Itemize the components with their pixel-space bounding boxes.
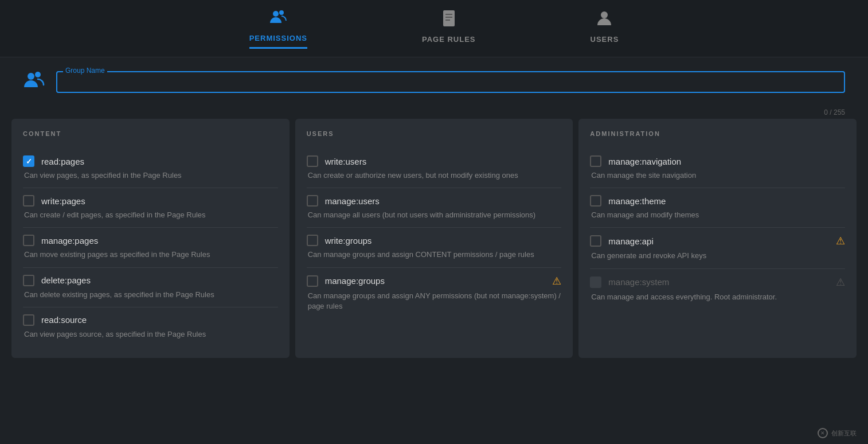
perm-read-source: read:source Can view pages source, as sp… bbox=[23, 307, 278, 346]
manage-api-warn-icon: ⚠ bbox=[836, 235, 845, 247]
checkbox-manage-navigation[interactable] bbox=[590, 155, 601, 167]
perm-desc-manage-api: Can generate and revoke API keys bbox=[590, 251, 845, 261]
perm-manage-system: manage:system ⚠ Can manage and access ev… bbox=[590, 269, 845, 309]
perm-name-read-source: read:source bbox=[41, 315, 87, 325]
content-column: CONTENT read:pages Can view pages, as sp… bbox=[11, 119, 290, 358]
svg-rect-4 bbox=[445, 17, 452, 18]
perm-manage-navigation: manage:navigation Can manage the site na… bbox=[590, 149, 845, 188]
perm-name-write-users: write:users bbox=[325, 157, 367, 166]
checkbox-write-groups[interactable] bbox=[307, 235, 318, 246]
watermark-text: 创新互联 bbox=[831, 429, 857, 438]
users-label: USERS bbox=[591, 35, 619, 44]
users-column: USERS write:users Can create or authoriz… bbox=[295, 119, 573, 358]
perm-name-manage-navigation: manage:navigation bbox=[608, 157, 681, 166]
perm-desc-manage-groups: Can manage groups and assign ANY permiss… bbox=[307, 291, 562, 311]
watermark: ✕ 创新互联 bbox=[818, 428, 857, 438]
perm-name-manage-system: manage:system bbox=[608, 277, 669, 287]
svg-rect-3 bbox=[445, 14, 452, 15]
perm-desc-manage-navigation: Can manage the site navigation bbox=[590, 170, 845, 181]
administration-title: ADMINISTRATION bbox=[590, 130, 845, 137]
checkbox-write-pages[interactable] bbox=[23, 195, 34, 207]
group-name-section: Group Name bbox=[0, 57, 868, 106]
checkbox-write-users[interactable] bbox=[307, 155, 318, 167]
checkbox-manage-groups[interactable] bbox=[307, 275, 318, 287]
perm-read-pages: read:pages Can view pages, as specified … bbox=[23, 149, 278, 188]
perm-delete-pages: delete:pages Can delete existing pages, … bbox=[23, 268, 278, 307]
checkbox-manage-system bbox=[590, 276, 601, 288]
content-title: CONTENT bbox=[23, 130, 278, 137]
perm-write-groups: write:groups Can manage groups and assig… bbox=[307, 228, 562, 267]
perm-name-manage-groups: manage:groups bbox=[325, 276, 385, 286]
char-count: 0 / 255 bbox=[0, 106, 868, 119]
perm-desc-write-pages: Can create / edit pages, as specified in… bbox=[23, 210, 278, 220]
permissions-icon bbox=[269, 8, 287, 30]
perm-desc-read-pages: Can view pages, as specified in the Page… bbox=[23, 170, 278, 181]
perm-desc-delete-pages: Can delete existing pages, as specified … bbox=[23, 290, 278, 300]
perm-write-pages: write:pages Can create / edit pages, as … bbox=[23, 188, 278, 228]
perm-desc-manage-system: Can manage and access everything. Root a… bbox=[590, 292, 845, 302]
permissions-columns: CONTENT read:pages Can view pages, as sp… bbox=[0, 119, 868, 369]
group-name-input[interactable] bbox=[64, 77, 837, 87]
checkbox-read-pages[interactable] bbox=[23, 155, 34, 167]
checkbox-manage-api[interactable] bbox=[590, 235, 601, 247]
manage-groups-warn-icon: ⚠ bbox=[552, 275, 561, 287]
svg-point-0 bbox=[273, 11, 279, 17]
perm-desc-manage-pages: Can move existing pages as specified in … bbox=[23, 250, 278, 260]
perm-name-manage-pages: manage:pages bbox=[41, 236, 98, 246]
administration-column: ADMINISTRATION manage:navigation Can man… bbox=[578, 119, 857, 358]
svg-rect-5 bbox=[445, 20, 450, 21]
permissions-label: PERMISSIONS bbox=[249, 34, 307, 42]
perm-manage-groups: manage:groups ⚠ Can manage groups and as… bbox=[307, 268, 562, 318]
nav-item-users[interactable]: USERS bbox=[591, 9, 619, 48]
perm-name-write-groups: write:groups bbox=[325, 236, 372, 246]
checkbox-manage-pages[interactable] bbox=[23, 235, 34, 246]
group-name-field-wrapper: Group Name bbox=[56, 71, 845, 93]
svg-point-8 bbox=[35, 72, 41, 77]
svg-point-6 bbox=[601, 11, 608, 18]
checkbox-manage-users[interactable] bbox=[307, 195, 318, 207]
users-icon bbox=[595, 9, 613, 32]
perm-manage-pages: manage:pages Can move existing pages as … bbox=[23, 228, 278, 267]
group-avatar-icon bbox=[23, 69, 45, 95]
perm-write-users: write:users Can create or authorize new … bbox=[307, 149, 562, 188]
perm-desc-manage-users: Can manage all users (but not users with… bbox=[307, 210, 562, 220]
svg-point-1 bbox=[279, 10, 284, 15]
svg-point-7 bbox=[28, 73, 34, 80]
perm-name-read-pages: read:pages bbox=[41, 157, 84, 166]
checkbox-manage-theme[interactable] bbox=[590, 195, 601, 207]
perm-name-manage-users: manage:users bbox=[325, 196, 380, 206]
perm-name-delete-pages: delete:pages bbox=[41, 275, 91, 285]
manage-system-warn-icon: ⚠ bbox=[836, 276, 845, 289]
perm-desc-read-source: Can view pages source, as specified in t… bbox=[23, 329, 278, 340]
perm-name-write-pages: write:pages bbox=[41, 196, 85, 206]
users-title: USERS bbox=[307, 130, 562, 137]
nav-item-permissions[interactable]: PERMISSIONS bbox=[249, 8, 307, 49]
perm-manage-users: manage:users Can manage all users (but n… bbox=[307, 188, 562, 228]
page-rules-icon bbox=[440, 9, 458, 32]
page-rules-label: PAGE RULES bbox=[422, 35, 476, 44]
watermark-icon: ✕ bbox=[818, 428, 828, 438]
perm-name-manage-api: manage:api bbox=[608, 236, 653, 246]
checkbox-read-source[interactable] bbox=[23, 314, 34, 326]
perm-desc-manage-theme: Can manage and modify themes bbox=[590, 210, 845, 220]
nav-item-page-rules[interactable]: PAGE RULES bbox=[422, 9, 476, 48]
perm-desc-write-users: Can create or authorize new users, but n… bbox=[307, 170, 562, 181]
perm-manage-api: manage:api ⚠ Can generate and revoke API… bbox=[590, 228, 845, 268]
perm-desc-write-groups: Can manage groups and assign CONTENT per… bbox=[307, 250, 562, 260]
checkbox-delete-pages[interactable] bbox=[23, 275, 34, 286]
svg-rect-2 bbox=[443, 10, 455, 26]
perm-name-manage-theme: manage:theme bbox=[608, 196, 666, 206]
top-navigation: PERMISSIONS PAGE RULES USERS bbox=[0, 0, 868, 57]
perm-manage-theme: manage:theme Can manage and modify theme… bbox=[590, 188, 845, 228]
group-name-label: Group Name bbox=[63, 67, 107, 75]
